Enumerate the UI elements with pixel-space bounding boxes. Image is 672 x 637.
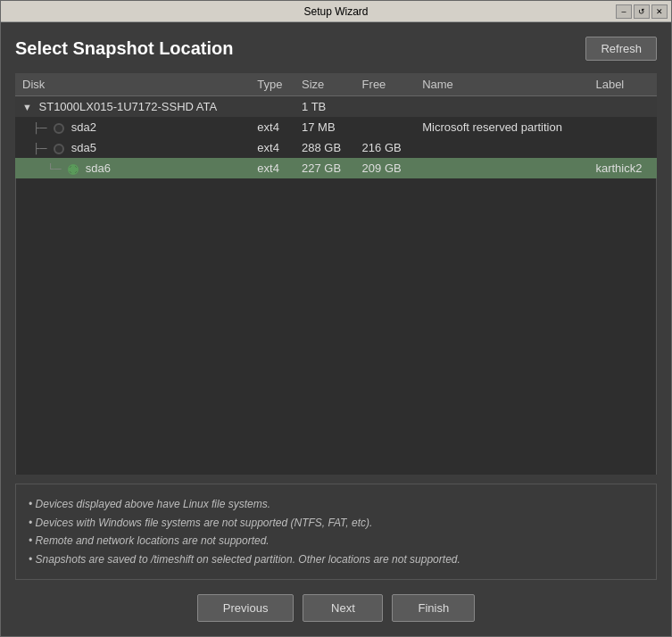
table-row[interactable]: └─ sda6 ext4 227 GB 209 GB karthick2 [15, 158, 657, 178]
expand-arrow-icon: ▼ [22, 102, 32, 112]
titlebar-controls: – ↺ ✕ [616, 4, 668, 19]
titlebar: Setup Wizard – ↺ ✕ [1, 1, 671, 22]
pname-sda6 [415, 158, 588, 178]
radio-sda6[interactable] [68, 164, 79, 175]
next-button[interactable]: Next [303, 594, 383, 622]
partition-name-sda2: ├─ sda2 [15, 117, 250, 137]
col-free: Free [355, 73, 416, 96]
col-name: Name [415, 73, 588, 96]
col-label: Label [588, 73, 657, 96]
table-row[interactable]: ├─ sda5 ext4 288 GB 216 GB [15, 137, 657, 158]
pname-sda2: Microsoft reserved partition [415, 117, 588, 137]
minimize-button[interactable]: – [616, 4, 632, 19]
bottom-buttons: Previous Next Finish [15, 594, 657, 625]
disk-table-area: Disk Type Size Free Name Label ▼ ST1000L… [15, 73, 657, 178]
label-sda5 [588, 137, 657, 158]
free-sda5: 216 GB [355, 137, 416, 158]
table-row[interactable]: ├─ sda2 ext4 17 MB Microsoft reserved pa… [15, 117, 657, 137]
type-sda5: ext4 [250, 137, 295, 158]
table-row[interactable]: ▼ ST1000LX015-1U7172-SSHD ATA 1 TB [15, 96, 657, 118]
size-sda2: 17 MB [295, 117, 355, 137]
note-line-4: • Snapshots are saved to /timeshift on s… [29, 550, 643, 568]
note-line-3: • Remote and network locations are not s… [29, 532, 643, 550]
header-row: Select Snapshot Location Refresh [15, 37, 657, 61]
tree-end-icon: └─ [47, 163, 62, 174]
tree-line-icon: ├─ [33, 143, 47, 153]
pname-sda5 [415, 137, 588, 158]
finish-button[interactable]: Finish [392, 594, 475, 622]
refresh-button[interactable]: Refresh [585, 37, 657, 61]
col-disk: Disk [15, 73, 250, 96]
previous-button[interactable]: Previous [197, 594, 295, 622]
partition-name-sda6: └─ sda6 [15, 158, 250, 178]
size-sda6: 227 GB [295, 158, 355, 178]
disk-table: Disk Type Size Free Name Label ▼ ST1000L… [15, 73, 657, 178]
main-window: Select Snapshot Location Refresh Disk Ty… [1, 22, 671, 636]
disk-size-cell: 1 TB [295, 96, 355, 118]
empty-space [15, 178, 657, 475]
type-sda2: ext4 [250, 117, 295, 137]
restore-button[interactable]: ↺ [634, 4, 650, 19]
free-sda6: 209 GB [355, 158, 416, 178]
note-line-1: • Devices displayed above have Linux fil… [29, 495, 643, 513]
size-sda5: 288 GB [295, 137, 355, 158]
radio-sda5[interactable] [54, 144, 64, 154]
table-header-row: Disk Type Size Free Name Label [15, 73, 657, 96]
partition-name-sda5: ├─ sda5 [15, 137, 250, 158]
col-type: Type [250, 73, 295, 96]
disk-name-cell: ▼ ST1000LX015-1U7172-SSHD ATA [15, 96, 250, 118]
col-size: Size [295, 73, 355, 96]
page-title: Select Snapshot Location [15, 38, 233, 59]
radio-sda2[interactable] [54, 123, 64, 134]
free-sda2 [355, 117, 416, 137]
tree-line-icon: ├─ [33, 122, 47, 133]
titlebar-title: Setup Wizard [303, 5, 368, 18]
label-sda2 [588, 117, 657, 137]
notes-section: • Devices displayed above have Linux fil… [15, 484, 657, 580]
label-sda6: karthick2 [588, 158, 657, 178]
type-sda6: ext4 [250, 158, 295, 178]
close-button[interactable]: ✕ [651, 4, 668, 19]
note-line-2: • Devices with Windows file systems are … [29, 514, 643, 532]
